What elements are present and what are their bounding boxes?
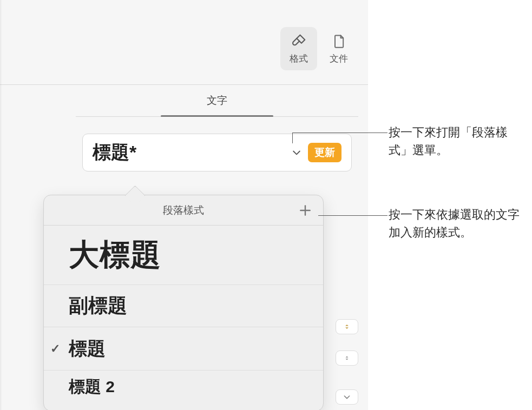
style-item-label: 標題 (69, 336, 106, 361)
callout-line (292, 133, 293, 143)
tab-document-label: 文件 (330, 52, 348, 65)
style-item-subtitle[interactable]: 副標題 (44, 285, 323, 327)
paragraph-style-row: 標題* 更新 (76, 128, 358, 177)
tab-format[interactable]: 格式 (280, 27, 317, 70)
style-item-heading-2[interactable]: 標題 2 (44, 371, 323, 403)
inspector-tabs: 格式 文件 (280, 27, 357, 70)
paragraph-styles-popover: 段落樣式 大標題 副標題 ✓ 標題 標題 2 (43, 195, 324, 410)
popup-accessory[interactable] (336, 319, 358, 334)
disclosure-chevron[interactable] (336, 389, 358, 405)
tab-text-label: 文字 (207, 94, 227, 108)
brush-icon (291, 33, 307, 49)
style-item-label: 副標題 (69, 293, 127, 319)
paragraph-style-popup-button[interactable]: 標題* 更新 (82, 134, 352, 171)
popover-header: 段落樣式 (44, 195, 323, 226)
chevron-down-icon (291, 147, 303, 158)
stepper[interactable] (336, 351, 358, 366)
callout-line (318, 215, 387, 216)
crop-fade (0, 0, 2, 410)
tab-text[interactable]: 文字 (76, 84, 358, 116)
style-item-label: 大標題 (69, 235, 161, 276)
callout-line (292, 133, 387, 133)
format-inspector-panel: 格式 文件 文字 標題* 更新 (0, 0, 368, 410)
paragraph-style-list: 大標題 副標題 ✓ 標題 標題 2 (44, 226, 323, 403)
tab-document[interactable]: 文件 (320, 27, 357, 70)
callout-add-style: 按一下來依據選取的文字加入新的樣式。 (389, 206, 524, 241)
section-tabs: 文字 (76, 84, 358, 117)
update-style-button[interactable]: 更新 (308, 143, 341, 162)
tab-format-label: 格式 (290, 52, 308, 65)
paragraph-style-current-label: 標題* (93, 140, 291, 165)
check-icon: ✓ (50, 342, 60, 356)
add-style-button[interactable] (297, 202, 313, 219)
style-item-large-title[interactable]: 大標題 (44, 226, 323, 285)
style-item-heading[interactable]: ✓ 標題 (44, 327, 323, 371)
style-item-label: 標題 2 (69, 376, 115, 398)
callout-open-menu: 按一下來打開「段落樣式」選單。 (389, 123, 524, 159)
document-icon (331, 33, 347, 49)
popover-title: 段落樣式 (163, 203, 204, 217)
